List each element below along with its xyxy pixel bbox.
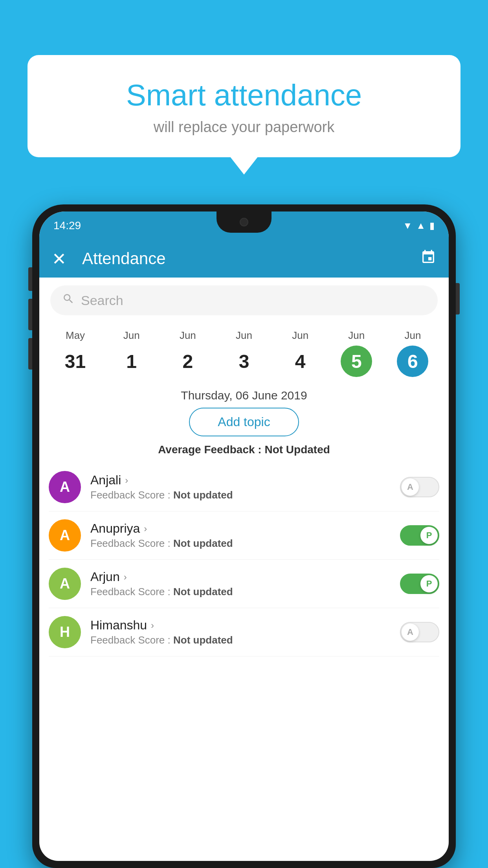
date-number: 1 [116, 346, 147, 377]
toggle-knob: A [402, 623, 419, 641]
toggle-container[interactable]: A [400, 477, 439, 497]
avg-feedback-value: Not Updated [264, 443, 330, 456]
attendance-toggle[interactable]: P [400, 574, 439, 594]
toggle-knob: A [402, 478, 419, 496]
camera [240, 218, 248, 226]
date-month: Jun [404, 329, 421, 342]
student-list: AAnjali ›Feedback Score : Not updatedAAA… [39, 463, 449, 657]
date-month: Jun [123, 329, 140, 342]
date-number: 2 [172, 346, 204, 377]
wifi-icon: ▼ [403, 220, 412, 231]
toggle-container[interactable]: P [400, 574, 439, 594]
search-bar[interactable]: Search [50, 285, 438, 315]
avg-feedback-label: Average Feedback : [158, 443, 262, 456]
date-number: 3 [228, 346, 260, 377]
date-item-4[interactable]: Jun4 [272, 323, 328, 385]
app-bar: ✕ Attendance [39, 240, 449, 278]
phone-frame: 14:29 ▼ ▲ ▮ ✕ Attendance [32, 204, 456, 868]
date-month: Jun [348, 329, 365, 342]
avg-feedback: Average Feedback : Not Updated [39, 443, 449, 456]
student-avatar: A [49, 471, 81, 503]
power-button [456, 283, 460, 314]
chevron-icon: › [151, 620, 154, 631]
date-month: Jun [236, 329, 252, 342]
student-item-2[interactable]: AArjun ›Feedback Score : Not updatedP [49, 560, 439, 608]
date-item-6[interactable]: Jun6 [385, 323, 441, 385]
student-feedback: Feedback Score : Not updated [90, 489, 400, 501]
toggle-knob: P [420, 527, 438, 544]
date-month: Jun [292, 329, 308, 342]
speech-bubble-container: Smart attendance will replace your paper… [28, 55, 460, 157]
calendar-icon[interactable] [420, 249, 436, 268]
student-avatar: H [49, 616, 81, 648]
student-feedback: Feedback Score : Not updated [90, 634, 400, 646]
student-avatar: A [49, 568, 81, 600]
date-item-0[interactable]: May31 [47, 323, 103, 385]
attendance-toggle[interactable]: A [400, 477, 439, 497]
date-month: Jun [180, 329, 196, 342]
chevron-icon: › [124, 572, 127, 583]
status-icons: ▼ ▲ ▮ [403, 220, 435, 231]
date-item-1[interactable]: Jun1 [103, 323, 160, 385]
toggle-container[interactable]: P [400, 525, 439, 546]
app-bar-title: Attendance [82, 249, 420, 268]
date-item-5[interactable]: Jun5 [328, 323, 385, 385]
toggle-knob: P [420, 575, 438, 592]
student-item-0[interactable]: AAnjali ›Feedback Score : Not updatedA [49, 463, 439, 511]
search-icon [62, 292, 75, 308]
battery-icon: ▮ [429, 220, 435, 231]
student-info: Arjun ›Feedback Score : Not updated [90, 570, 400, 598]
close-button[interactable]: ✕ [52, 249, 66, 269]
chevron-icon: › [144, 523, 147, 534]
volume-down-button [28, 338, 32, 370]
date-item-2[interactable]: Jun2 [160, 323, 216, 385]
student-feedback: Feedback Score : Not updated [90, 586, 400, 598]
speech-bubble: Smart attendance will replace your paper… [28, 55, 460, 157]
date-item-3[interactable]: Jun3 [216, 323, 272, 385]
notch [216, 211, 272, 233]
student-info: Anjali ›Feedback Score : Not updated [90, 473, 400, 501]
status-bar: 14:29 ▼ ▲ ▮ [39, 211, 449, 240]
attendance-toggle[interactable]: P [400, 525, 439, 546]
status-time: 14:29 [53, 219, 81, 232]
student-info: Himanshu ›Feedback Score : Not updated [90, 618, 400, 646]
chevron-icon: › [125, 475, 128, 486]
student-name: Arjun › [90, 570, 400, 584]
phone-screen: 14:29 ▼ ▲ ▮ ✕ Attendance [39, 211, 449, 861]
student-avatar: A [49, 519, 81, 552]
toggle-container[interactable]: A [400, 622, 439, 642]
date-number: 31 [60, 346, 91, 377]
date-number: 5 [341, 346, 372, 377]
date-month: May [66, 329, 85, 342]
signal-icon: ▲ [416, 220, 426, 231]
date-number: 4 [284, 346, 316, 377]
student-info: Anupriya ›Feedback Score : Not updated [90, 521, 400, 550]
student-name: Anjali › [90, 473, 400, 487]
volume-up-button [28, 299, 32, 330]
student-item-1[interactable]: AAnupriya ›Feedback Score : Not updatedP [49, 511, 439, 560]
student-name: Anupriya › [90, 521, 400, 536]
attendance-toggle[interactable]: A [400, 622, 439, 642]
search-placeholder: Search [81, 293, 123, 308]
date-scroller[interactable]: May31Jun1Jun2Jun3Jun4Jun5Jun6 [39, 323, 449, 385]
bubble-title: Smart attendance [59, 79, 429, 112]
student-item-3[interactable]: HHimanshu ›Feedback Score : Not updatedA [49, 608, 439, 657]
student-feedback: Feedback Score : Not updated [90, 537, 400, 550]
bubble-subtitle: will replace your paperwork [59, 119, 429, 136]
student-name: Himanshu › [90, 618, 400, 633]
add-topic-button[interactable]: Add topic [189, 408, 299, 436]
selected-date: Thursday, 06 June 2019 [39, 389, 449, 402]
date-number: 6 [397, 346, 428, 377]
mute-button [28, 267, 32, 291]
